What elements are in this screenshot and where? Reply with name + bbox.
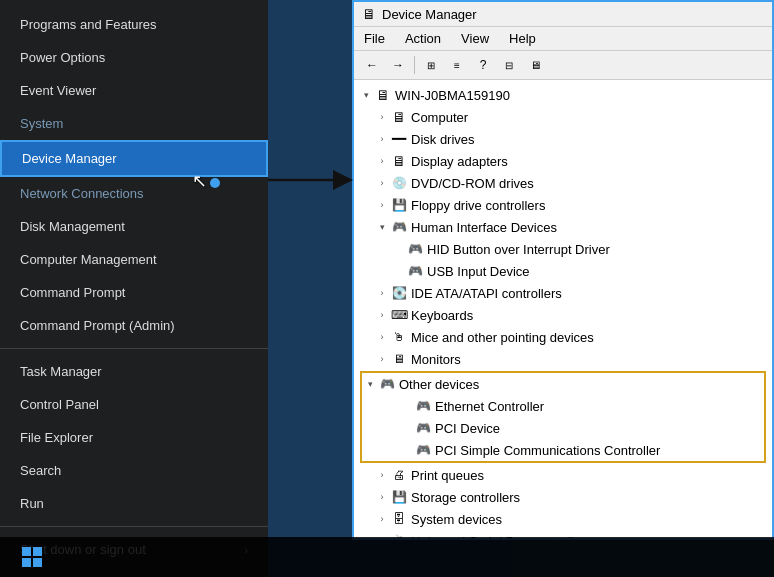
window-menubar: File Action View Help bbox=[354, 27, 772, 51]
menu-item-programs-label: Programs and Features bbox=[20, 17, 157, 32]
menu-item-network-label: Network Connections bbox=[20, 186, 144, 201]
menu-item-power-label: Power Options bbox=[20, 50, 105, 65]
tree-display[interactable]: › 🖥 Display adapters bbox=[354, 150, 772, 172]
tree-disk-drives[interactable]: › ━━ Disk drives bbox=[354, 128, 772, 150]
menu-item-file-explorer-label: File Explorer bbox=[20, 430, 93, 445]
menu-item-task-mgr[interactable]: Task Manager bbox=[0, 355, 268, 388]
menu-item-computer-mgmt-label: Computer Management bbox=[20, 252, 157, 267]
hid-label: Human Interface Devices bbox=[411, 220, 557, 235]
taskbar bbox=[0, 537, 774, 577]
toolbar-help[interactable]: ? bbox=[471, 54, 495, 76]
menu-item-file-explorer[interactable]: File Explorer bbox=[0, 421, 268, 454]
menu-view[interactable]: View bbox=[457, 30, 493, 47]
tree-floppy[interactable]: › 💾 Floppy drive controllers bbox=[354, 194, 772, 216]
tree-system-devices[interactable]: › 🗄 System devices bbox=[354, 508, 772, 530]
storage-expander: › bbox=[374, 489, 390, 505]
menu-item-task-mgr-label: Task Manager bbox=[20, 364, 102, 379]
mice-expander: › bbox=[374, 329, 390, 345]
tree-hid-button[interactable]: 🎮 HID Button over Interrupt Driver bbox=[354, 238, 772, 260]
tree-mice[interactable]: › 🖱 Mice and other pointing devices bbox=[354, 326, 772, 348]
menu-item-device-manager[interactable]: Device Manager bbox=[0, 140, 268, 177]
pci-label: PCI Device bbox=[435, 421, 500, 436]
tree-print[interactable]: › 🖨 Print queues bbox=[354, 464, 772, 486]
hid-btn-expander bbox=[390, 241, 406, 257]
ethernet-label: Ethernet Controller bbox=[435, 399, 544, 414]
tree-pci-device[interactable]: 🎮 PCI Device bbox=[362, 417, 764, 439]
pci-comm-icon: 🎮 bbox=[414, 441, 432, 459]
tree-ide[interactable]: › 💽 IDE ATA/ATAPI controllers bbox=[354, 282, 772, 304]
mice-icon: 🖱 bbox=[390, 328, 408, 346]
menu-item-search-label: Search bbox=[20, 463, 61, 478]
other-expander: ▾ bbox=[362, 376, 378, 392]
computer-icon: 🖥 bbox=[390, 108, 408, 126]
hid-expander: ▾ bbox=[374, 219, 390, 235]
toolbar-display[interactable]: 🖥 bbox=[523, 54, 547, 76]
tree-keyboards[interactable]: › ⌨ Keyboards bbox=[354, 304, 772, 326]
sysdev-label: System devices bbox=[411, 512, 502, 527]
menu-action[interactable]: Action bbox=[401, 30, 445, 47]
tree-storage[interactable]: › 💾 Storage controllers bbox=[354, 486, 772, 508]
menu-item-run[interactable]: Run bbox=[0, 487, 268, 520]
window-toolbar: ← → ⊞ ≡ ? ⊟ 🖥 bbox=[354, 51, 772, 80]
monitors-expander: › bbox=[374, 351, 390, 367]
device-manager-window: 🖥 Device Manager File Action View Help ←… bbox=[352, 0, 774, 540]
disk-expander: › bbox=[374, 131, 390, 147]
menu-item-cmd[interactable]: Command Prompt bbox=[0, 276, 268, 309]
tree-dvd[interactable]: › 💿 DVD/CD-ROM drives bbox=[354, 172, 772, 194]
menu-item-computer-mgmt[interactable]: Computer Management bbox=[0, 243, 268, 276]
dvd-expander: › bbox=[374, 175, 390, 191]
menu-item-disk-label: Disk Management bbox=[20, 219, 125, 234]
menu-item-cmd-admin[interactable]: Command Prompt (Admin) bbox=[0, 309, 268, 342]
start-button[interactable] bbox=[8, 537, 56, 577]
usb-input-expander bbox=[390, 263, 406, 279]
computer-expander: › bbox=[374, 109, 390, 125]
tree-ethernet[interactable]: 🎮 Ethernet Controller bbox=[362, 395, 764, 417]
display-icon: 🖥 bbox=[390, 152, 408, 170]
menu-divider-1 bbox=[0, 348, 268, 349]
monitors-label: Monitors bbox=[411, 352, 461, 367]
menu-item-disk[interactable]: Disk Management bbox=[0, 210, 268, 243]
toolbar-back[interactable]: ← bbox=[360, 54, 384, 76]
dvd-label: DVD/CD-ROM drives bbox=[411, 176, 534, 191]
storage-icon: 💾 bbox=[390, 488, 408, 506]
ide-icon: 💽 bbox=[390, 284, 408, 302]
menu-help[interactable]: Help bbox=[505, 30, 540, 47]
tree-computer[interactable]: › 🖥 Computer bbox=[354, 106, 772, 128]
kbd-label: Keyboards bbox=[411, 308, 473, 323]
sysdev-icon: 🗄 bbox=[390, 510, 408, 528]
toolbar-update[interactable]: ≡ bbox=[445, 54, 469, 76]
toolbar-forward[interactable]: → bbox=[386, 54, 410, 76]
menu-item-search[interactable]: Search bbox=[0, 454, 268, 487]
menu-item-control[interactable]: Control Panel bbox=[0, 388, 268, 421]
arrow-connector bbox=[268, 160, 358, 200]
sysdev-expander: › bbox=[374, 511, 390, 527]
toolbar-scan[interactable]: ⊟ bbox=[497, 54, 521, 76]
tree-usb-input[interactable]: 🎮 USB Input Device bbox=[354, 260, 772, 282]
floppy-icon: 💾 bbox=[390, 196, 408, 214]
dvd-icon: 💿 bbox=[390, 174, 408, 192]
computer-label: Computer bbox=[411, 110, 468, 125]
ethernet-icon: 🎮 bbox=[414, 397, 432, 415]
tree-hid[interactable]: ▾ 🎮 Human Interface Devices bbox=[354, 216, 772, 238]
menu-item-network[interactable]: Network Connections bbox=[0, 177, 268, 210]
menu-item-event[interactable]: Event Viewer bbox=[0, 74, 268, 107]
pci-comm-label: PCI Simple Communications Controller bbox=[435, 443, 660, 458]
usb-input-label: USB Input Device bbox=[427, 264, 530, 279]
menu-file[interactable]: File bbox=[360, 30, 389, 47]
tree-monitors[interactable]: › 🖥 Monitors bbox=[354, 348, 772, 370]
floppy-label: Floppy drive controllers bbox=[411, 198, 545, 213]
monitors-icon: 🖥 bbox=[390, 350, 408, 368]
tree-root[interactable]: ▾ 🖥 WIN-J0BMA159190 bbox=[354, 84, 772, 106]
kbd-icon: ⌨ bbox=[390, 306, 408, 324]
toolbar-properties[interactable]: ⊞ bbox=[419, 54, 443, 76]
menu-item-cmd-label: Command Prompt bbox=[20, 285, 125, 300]
tree-pci-comm[interactable]: 🎮 PCI Simple Communications Controller bbox=[362, 439, 764, 461]
menu-item-power[interactable]: Power Options bbox=[0, 41, 268, 74]
menu-item-system[interactable]: System bbox=[0, 107, 268, 140]
display-label: Display adapters bbox=[411, 154, 508, 169]
windows-logo-icon bbox=[22, 547, 42, 567]
menu-item-programs[interactable]: Programs and Features bbox=[0, 8, 268, 41]
print-expander: › bbox=[374, 467, 390, 483]
menu-item-run-label: Run bbox=[20, 496, 44, 511]
tree-other-devices[interactable]: ▾ 🎮 Other devices bbox=[362, 373, 764, 395]
